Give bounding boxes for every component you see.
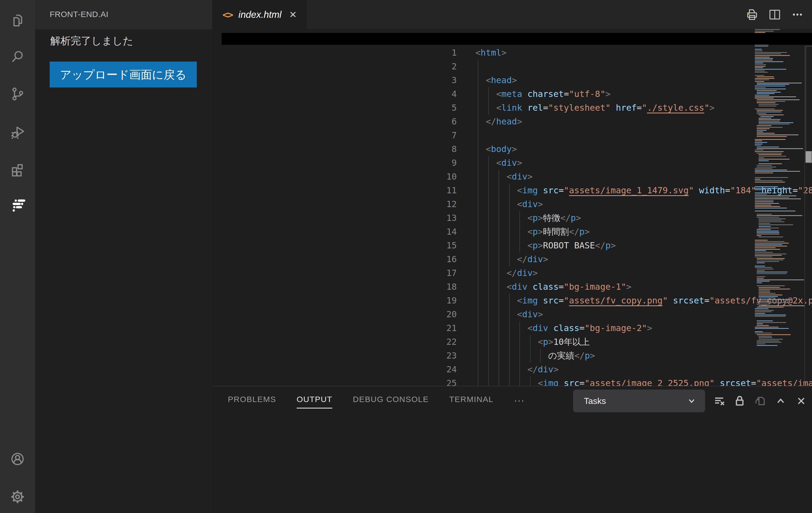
minimap-line bbox=[755, 179, 760, 179]
line-number: 11 bbox=[424, 183, 457, 197]
clear-output-button[interactable] bbox=[713, 395, 726, 407]
tab-index-html[interactable]: <> index.html ✕ bbox=[212, 0, 307, 29]
code-text: </div> bbox=[475, 252, 548, 266]
line-number: 23 bbox=[424, 349, 457, 363]
minimap-line bbox=[757, 148, 803, 149]
panel-tab-debug-console[interactable]: DEBUG CONSOLE bbox=[353, 395, 429, 408]
account-icon bbox=[9, 463, 26, 468]
vertical-scrollbar-thumb[interactable] bbox=[806, 46, 812, 163]
minimap-line bbox=[755, 327, 779, 327]
panel-tab-output[interactable]: OUTPUT bbox=[297, 395, 332, 408]
gear-icon bbox=[9, 501, 26, 506]
minimap-line bbox=[755, 200, 774, 201]
more-actions-button[interactable] bbox=[790, 7, 805, 22]
clear-output-icon bbox=[713, 404, 726, 408]
minimap[interactable] bbox=[753, 29, 805, 348]
line-number: 1 bbox=[424, 46, 457, 60]
minimap-line bbox=[755, 55, 790, 56]
minimap-line bbox=[757, 136, 787, 137]
minimap-line bbox=[757, 340, 779, 341]
minimap-line bbox=[760, 116, 774, 117]
code-text: <p>時間割</p> bbox=[475, 225, 590, 239]
minimap-line bbox=[758, 339, 783, 340]
activity-bar-item-account[interactable] bbox=[9, 451, 26, 467]
code-line: 25 <img src="assets/image_2_2525.png" sr… bbox=[424, 376, 812, 386]
minimap-line bbox=[755, 49, 762, 50]
minimap-line bbox=[755, 193, 770, 193]
minimap-line bbox=[757, 276, 765, 277]
minimap-line bbox=[755, 256, 772, 257]
minimap-line bbox=[757, 214, 772, 215]
minimap-line bbox=[757, 110, 783, 111]
minimap-line bbox=[757, 231, 779, 231]
minimap-line bbox=[755, 316, 786, 317]
minimap-line bbox=[758, 163, 782, 164]
minimap-line bbox=[757, 90, 777, 91]
line-number: 15 bbox=[424, 239, 457, 252]
bottom-panel: PROBLEMSOUTPUTDEBUG CONSOLETERMINAL··· T… bbox=[212, 386, 812, 513]
close-panel-button[interactable] bbox=[795, 395, 808, 407]
sidebar: FRONT-END.AI 解析完了しました アップロード画面に戻る bbox=[35, 0, 212, 513]
maximize-panel-button[interactable] bbox=[774, 395, 787, 407]
minimap-line bbox=[757, 133, 775, 134]
print-button[interactable] bbox=[745, 7, 759, 22]
minimap-line bbox=[755, 171, 800, 172]
minimap-line bbox=[757, 273, 787, 274]
output-channel-select[interactable]: Tasks bbox=[573, 390, 705, 412]
minimap-line bbox=[755, 247, 776, 248]
split-editor-button[interactable] bbox=[768, 7, 782, 22]
minimap-line bbox=[758, 156, 786, 156]
minimap-line bbox=[757, 345, 778, 346]
minimap-divider bbox=[805, 45, 805, 386]
activity-bar-item-extensions[interactable] bbox=[9, 161, 26, 177]
minimap-line bbox=[757, 147, 779, 147]
minimap-line bbox=[758, 299, 791, 300]
panel-tab-terminal[interactable]: TERMINAL bbox=[449, 395, 493, 408]
minimap-line bbox=[755, 315, 786, 315]
close-icon[interactable]: ✕ bbox=[289, 9, 297, 20]
editor-tab-bar: <> index.html ✕ bbox=[212, 0, 812, 29]
minimap-line bbox=[755, 255, 782, 256]
panel-tab-problems[interactable]: PROBLEMS bbox=[228, 395, 276, 408]
code-text: <p>ROBOT BASE</p> bbox=[475, 239, 616, 252]
activity-bar-item-source-control[interactable] bbox=[9, 86, 26, 102]
minimap-line bbox=[757, 269, 774, 269]
line-number: 19 bbox=[424, 294, 457, 308]
activity-bar-item-front-end-ai[interactable] bbox=[9, 197, 26, 213]
open-in-editor-button[interactable] bbox=[754, 395, 767, 407]
minimap-line bbox=[758, 219, 786, 219]
minimap-line bbox=[758, 336, 772, 337]
minimap-line bbox=[755, 29, 780, 30]
lock-scrolling-button[interactable] bbox=[733, 395, 746, 407]
panel-overflow-button[interactable]: ··· bbox=[514, 395, 525, 408]
minimap-line bbox=[755, 194, 767, 195]
minimap-line bbox=[755, 57, 770, 58]
lock-icon bbox=[733, 404, 746, 408]
activity-bar-item-search[interactable] bbox=[9, 49, 26, 65]
minimap-line bbox=[755, 109, 775, 109]
source-control-icon bbox=[9, 98, 26, 103]
minimap-line bbox=[757, 343, 765, 344]
code-line: 24 </div> bbox=[424, 363, 812, 376]
code-text: <p>10年以上 bbox=[475, 335, 590, 349]
minimap-line bbox=[757, 229, 771, 230]
minimap-line bbox=[755, 198, 801, 199]
editor-actions bbox=[745, 0, 805, 29]
activity-bar-item-run-debug[interactable] bbox=[9, 124, 26, 140]
activity-bar-item-explorer[interactable] bbox=[9, 12, 26, 28]
line-number: 7 bbox=[424, 129, 457, 142]
minimap-line bbox=[755, 51, 763, 51]
minimap-line bbox=[757, 127, 783, 128]
minimap-line bbox=[757, 302, 791, 303]
minimap-line bbox=[757, 84, 789, 85]
line-number: 16 bbox=[424, 252, 457, 266]
minimap-line bbox=[755, 149, 763, 150]
activity-bar-item-settings[interactable] bbox=[9, 489, 26, 505]
vscode-window: FRONT-END.AI 解析完了しました アップロード画面に戻る <> ind… bbox=[0, 0, 812, 513]
minimap-line bbox=[757, 165, 772, 166]
minimap-line bbox=[757, 215, 802, 216]
minimap-line bbox=[755, 69, 786, 70]
minimap-line bbox=[755, 72, 768, 73]
ellipsis-icon bbox=[790, 18, 805, 22]
back-to-upload-button[interactable]: アップロード画面に戻る bbox=[50, 62, 197, 87]
